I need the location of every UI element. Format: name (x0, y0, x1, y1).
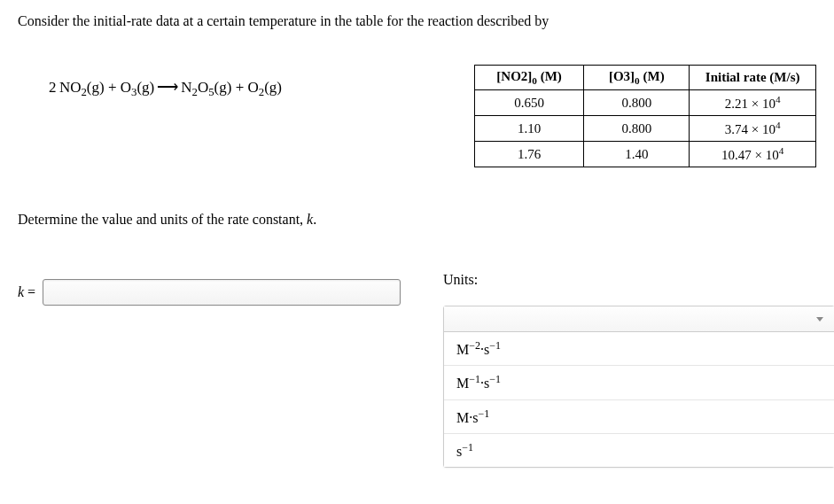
units-dropdown-selected[interactable] (444, 306, 834, 332)
table-header-rate: Initial rate (M/s) (690, 66, 816, 90)
table-header-o3: [O3]0 (M) (584, 66, 690, 90)
table-header-no2: [NO2]0 (M) (475, 66, 584, 90)
question-text: Determine the value and units of the rat… (18, 212, 816, 228)
k-label: k = (18, 284, 35, 300)
units-option[interactable]: s−1 (444, 434, 834, 467)
k-value-input[interactable] (43, 279, 401, 306)
units-dropdown[interactable]: M−2·s−1 M−1·s−1 M·s−1 s−1 (443, 306, 834, 468)
initial-rate-table: [NO2]0 (M) [O3]0 (M) Initial rate (M/s) … (474, 65, 816, 167)
units-option[interactable]: M·s−1 (444, 400, 834, 434)
intro-text: Consider the initial-rate data at a cert… (18, 13, 816, 29)
reaction-equation: 2 NO2(g) + O3(g) ⟶ N2O5(g) + O2(g) (18, 65, 474, 99)
table-row: 1.76 1.40 10.47 × 104 (475, 142, 816, 167)
chevron-down-icon (816, 317, 823, 322)
units-option[interactable]: M−2·s−1 (444, 332, 834, 366)
units-label: Units: (443, 272, 834, 288)
table-row: 0.650 0.800 2.21 × 104 (475, 90, 816, 116)
units-option[interactable]: M−1·s−1 (444, 366, 834, 399)
table-row: 1.10 0.800 3.74 × 104 (475, 116, 816, 142)
